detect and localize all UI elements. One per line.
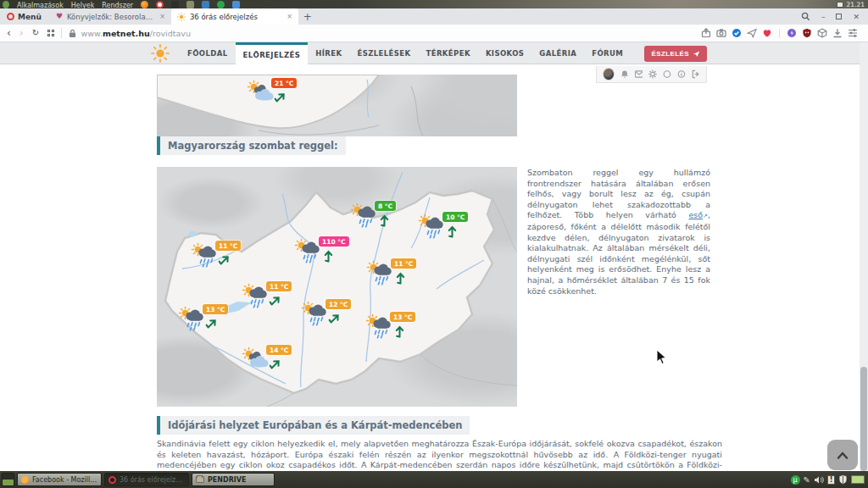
send-icon[interactable] [747, 28, 757, 38]
sun-cloud-rain-icon [191, 242, 218, 268]
metnet-logo-sun-icon[interactable] [151, 44, 170, 63]
weather-station: 12 °C [301, 299, 360, 338]
firefox-icon[interactable] [141, 1, 148, 8]
check-circle-icon[interactable] [732, 28, 742, 38]
user-toolbar [596, 66, 707, 83]
wind-arrow-ne-icon [267, 355, 285, 373]
mouse-cursor [656, 349, 667, 365]
chevron-up-icon [837, 452, 849, 459]
nav-item-galeria[interactable]: GALÉRIA [531, 42, 584, 64]
sun-cloud-rain-icon [178, 306, 205, 331]
taskbar-window-pendrive[interactable]: PENDRIVE [192, 473, 275, 486]
scrollbar-thumb[interactable] [860, 367, 867, 471]
player-icon[interactable] [232, 1, 240, 8]
clipboard-alert-icon[interactable]: ! [827, 475, 835, 485]
envelope-icon[interactable] [635, 70, 643, 78]
weather-station: 21 °C [247, 78, 306, 117]
purple-extension-icon[interactable] [787, 28, 797, 38]
opera-logo-icon [7, 13, 14, 20]
weather-station: 11 °C [242, 281, 301, 320]
new-tab-button[interactable]: + [298, 8, 317, 25]
maximize-button[interactable] [836, 14, 842, 19]
panel-clock-area: 21.21 [837, 1, 865, 8]
avatar[interactable] [603, 68, 615, 80]
share-icon[interactable] [701, 28, 711, 38]
package-icon[interactable] [817, 28, 827, 38]
show-desktop-button[interactable] [2, 473, 14, 486]
tab-close-icon[interactable]: × [287, 13, 292, 20]
nav-item-hirek[interactable]: HÍREK [308, 42, 349, 64]
adblock-shield-icon[interactable] [802, 28, 812, 38]
tune-icon[interactable] [848, 28, 858, 38]
editor-icon[interactable] [186, 1, 194, 8]
tab-bookmarks[interactable]: ♥ Könyvjelzők: Besorolatl... × [50, 8, 171, 25]
wind-arrow-ne-icon [326, 309, 344, 327]
browser-toolbar: ‹ › ↻ www.metnet.hu/rovidtavu [0, 25, 868, 42]
download-icon[interactable] [832, 28, 843, 38]
sun-clouds-icon [247, 80, 274, 105]
search-icon[interactable] [801, 12, 810, 21]
pen-icon[interactable]: ✎ [804, 475, 810, 485]
weather-station: 14 °C [242, 345, 301, 384]
nav-item-fooldal[interactable]: FŐOLDAL [180, 42, 236, 64]
section-heading-europe: Időjárási helyzet Európában és a Kárpát-… [157, 416, 470, 435]
sun-cloud-rain-icon [350, 202, 377, 228]
temperature-badge: 11 °C [215, 241, 241, 251]
tab-forecast[interactable]: 36 órás előrejelzés × [171, 8, 298, 25]
weather-station: 10 °C [418, 212, 477, 251]
browser-tab-bar: Menü ♥ Könyvjelzők: Besorolatl... × 36 ó… [0, 8, 868, 25]
taskbar-window-firefox[interactable]: Facebook - Mozilla Fire... [17, 473, 102, 486]
panel-notification-icon[interactable] [837, 2, 843, 8]
battery-indicator [851, 475, 865, 484]
observation-button[interactable]: ÉSZLELÉS [644, 46, 707, 62]
mail-icon[interactable] [202, 1, 209, 8]
page-scrollbar[interactable] [860, 42, 868, 471]
forward-button[interactable]: › [19, 28, 24, 38]
back-button[interactable]: ‹ [7, 28, 11, 38]
weather-station: 11 °C [366, 258, 426, 297]
tab-close-icon[interactable]: × [159, 13, 165, 20]
temperature-badge: 14 °C [266, 345, 292, 355]
lock-icon[interactable] [69, 29, 76, 38]
extension-icons-row [701, 28, 861, 38]
nav-item-kisokos[interactable]: KISOKOS [478, 42, 531, 64]
panel-menu-applications[interactable]: Alkalmazások [17, 1, 64, 8]
system-tray: µ ✎ ! [791, 474, 866, 485]
rain-link[interactable]: eső [688, 210, 703, 219]
utorrent-icon[interactable] [217, 1, 225, 8]
camera-icon[interactable] [716, 28, 726, 38]
opera-icon[interactable] [156, 1, 164, 8]
panel-menu-places[interactable]: Helyek [71, 1, 94, 8]
wind-arrow-ne-icon [272, 88, 290, 106]
shield-icon[interactable] [838, 474, 848, 485]
nav-item-terkepek[interactable]: TÉRKÉPEK [419, 42, 478, 64]
address-bar[interactable]: www.metnet.hu/rovidtavu [81, 29, 191, 38]
sun-clouds-icon [242, 347, 269, 372]
scroll-to-top-button[interactable] [827, 440, 858, 470]
info-circle-icon[interactable] [677, 69, 686, 79]
close-button[interactable]: ✕ [853, 13, 860, 21]
temperature-badge: 12 °C [326, 299, 351, 309]
webpage: FŐOLDAL ELŐREJELZÉS HÍREK ÉSZLELÉSEK TÉR… [0, 42, 860, 471]
opera-menu-button[interactable]: Menü [0, 8, 50, 25]
logout-icon[interactable] [692, 69, 700, 79]
circle-o-icon[interactable] [663, 69, 671, 79]
gear-icon[interactable] [648, 69, 657, 79]
utorrent-icon[interactable]: µ [791, 475, 800, 485]
volume-icon[interactable] [814, 475, 824, 485]
reload-button[interactable]: ↻ [32, 28, 39, 38]
heart-icon[interactable] [762, 28, 772, 38]
minimize-button[interactable]: – [821, 13, 826, 21]
nav-item-forum[interactable]: FÓRUM [584, 42, 631, 64]
taskbar-window-forecast[interactable]: 36 órás előrejelzés - O... [104, 473, 189, 486]
morning-forecast-text: Szombaton reggel egy hullámzó frontrends… [527, 168, 710, 297]
panel-menu-system[interactable]: Rendszer [102, 1, 133, 8]
terminal-icon[interactable] [171, 1, 179, 8]
nav-item-eszlelesek[interactable]: ÉSZLELÉSEK [349, 42, 418, 64]
bell-icon[interactable] [620, 69, 629, 79]
distro-menu-icon[interactable] [3, 1, 9, 8]
speed-dial-icon[interactable] [47, 30, 54, 36]
bookmarks-heart-icon: ♥ [56, 13, 63, 20]
nav-item-elorejelzes[interactable]: ELŐREJELZÉS [236, 42, 309, 64]
lake-ferto [188, 231, 197, 237]
